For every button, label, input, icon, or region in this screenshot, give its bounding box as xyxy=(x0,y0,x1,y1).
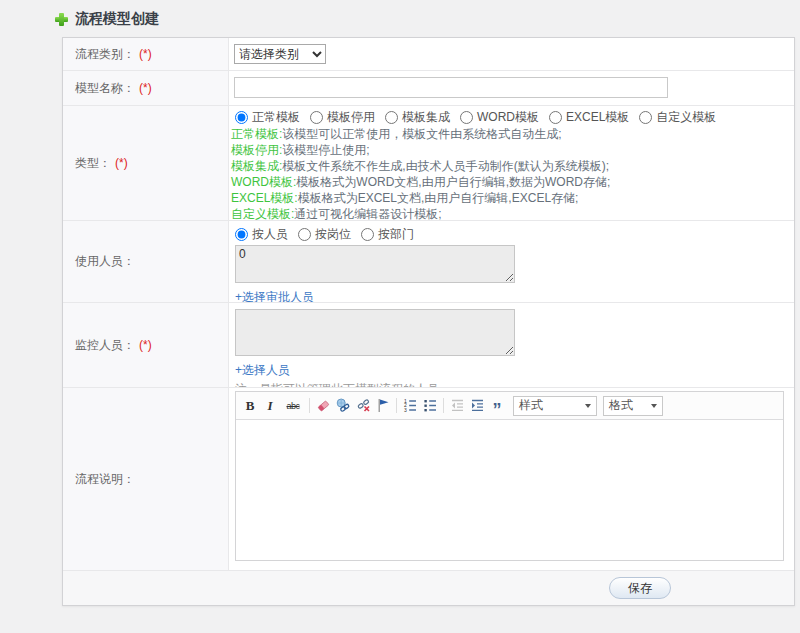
toolbar-separator xyxy=(396,398,397,413)
add-icon xyxy=(55,13,68,26)
users-mode-department[interactable]: 按部门 xyxy=(361,226,414,243)
remove-format-icon xyxy=(316,398,331,413)
users-textarea[interactable]: 0 xyxy=(235,245,515,283)
type-radio-disabled[interactable] xyxy=(310,111,323,124)
model-name-required-marker: (*) xyxy=(139,81,152,95)
type-radio-word[interactable] xyxy=(460,111,473,124)
page-header: 流程模型创建 xyxy=(0,0,800,37)
type-radio-integrated[interactable] xyxy=(385,111,398,124)
bullet-list-button[interactable] xyxy=(420,396,440,416)
users-mode-department-label: 按部门 xyxy=(378,226,414,243)
select-approvers-link[interactable]: +选择审批人员 xyxy=(235,289,794,302)
numbered-list-button[interactable]: 1 2 3 xyxy=(400,396,420,416)
unlink-icon xyxy=(356,398,371,413)
type-radio-group: 正常模板 模板停用 模板集成 WORD模板 EXCEL模板 xyxy=(229,109,794,126)
type-radio-excel[interactable] xyxy=(549,111,562,124)
users-mode-department-radio[interactable] xyxy=(361,228,374,241)
svg-text:3: 3 xyxy=(404,407,407,413)
users-label-cell: 使用人员： xyxy=(63,221,229,302)
type-option-integrated[interactable]: 模板集成 xyxy=(385,109,450,126)
type-help-line: 自定义模板:通过可视化编辑器设计模板; xyxy=(229,206,794,220)
row-type: 类型： (*) 正常模板 模板停用 模板集成 WORD模板 xyxy=(63,106,794,221)
help-desc: 模板文件系统不作生成,由技术人员手动制作(默认为系统模板); xyxy=(282,159,609,173)
users-label: 使用人员： xyxy=(75,253,135,270)
description-label-cell: 流程说明： xyxy=(63,388,229,570)
unlink-button[interactable] xyxy=(353,396,373,416)
type-option-disabled-label: 模板停用 xyxy=(327,109,375,126)
model-name-input[interactable] xyxy=(234,77,668,98)
styles-dropdown-label: 样式 xyxy=(519,397,543,414)
select-people-link[interactable]: +选择人员 xyxy=(235,362,794,379)
remove-format-button[interactable] xyxy=(313,396,333,416)
type-label: 类型： xyxy=(75,155,111,172)
styles-dropdown[interactable]: 样式 xyxy=(513,396,597,416)
save-row: 保存 xyxy=(63,571,794,605)
indent-button[interactable] xyxy=(467,396,487,416)
help-term: EXCEL模板: xyxy=(231,191,298,205)
chevron-down-icon xyxy=(651,404,657,408)
type-option-normal-label: 正常模板 xyxy=(252,109,300,126)
type-option-disabled[interactable]: 模板停用 xyxy=(310,109,375,126)
link-button[interactable] xyxy=(333,396,353,416)
type-help-line: 正常模板:该模型可以正常使用，模板文件由系统格式自动生成; xyxy=(229,126,794,142)
description-label: 流程说明： xyxy=(75,471,135,488)
type-option-excel[interactable]: EXCEL模板 xyxy=(549,109,629,126)
users-mode-person-radio[interactable] xyxy=(235,228,248,241)
blockquote-icon: ” xyxy=(493,398,502,414)
category-label-cell: 流程类别： (*) xyxy=(63,38,229,70)
numbered-list-icon: 1 2 3 xyxy=(403,398,418,413)
help-term: WORD模板: xyxy=(231,175,296,189)
type-radio-custom[interactable] xyxy=(639,111,652,124)
format-dropdown-label: 格式 xyxy=(609,397,633,414)
row-description: 流程说明： B I abc xyxy=(63,388,794,571)
description-content-cell: B I abc xyxy=(229,388,794,570)
format-dropdown[interactable]: 格式 xyxy=(603,396,663,416)
anchor-flag-icon xyxy=(376,398,391,413)
chevron-down-icon xyxy=(585,404,591,408)
description-editor-body[interactable] xyxy=(236,420,783,560)
type-option-normal[interactable]: 正常模板 xyxy=(235,109,300,126)
help-term: 模板集成: xyxy=(231,159,282,173)
strikethrough-icon: abc xyxy=(286,401,299,411)
category-select[interactable]: 请选择类别 xyxy=(234,44,326,64)
category-required-marker: (*) xyxy=(139,47,152,61)
italic-button[interactable]: I xyxy=(260,396,280,416)
model-name-content-cell xyxy=(229,71,794,105)
category-content-cell: 请选择类别 xyxy=(229,38,794,70)
monitors-required-marker: (*) xyxy=(139,338,152,352)
bold-button[interactable]: B xyxy=(240,396,260,416)
help-term: 正常模板: xyxy=(231,127,282,141)
help-term: 自定义模板: xyxy=(231,207,294,220)
users-mode-position[interactable]: 按岗位 xyxy=(298,226,351,243)
row-monitors: 监控人员： (*) +选择人员 注：是指可以管理此下模型流程的人员 xyxy=(63,303,794,388)
process-model-form: 流程类别： (*) 请选择类别 模型名称： (*) 类型： (*) 正常模板 xyxy=(62,37,795,606)
strikethrough-button[interactable]: abc xyxy=(280,396,306,416)
save-button[interactable]: 保存 xyxy=(609,577,671,599)
bullet-list-icon xyxy=(423,398,438,413)
type-radio-normal[interactable] xyxy=(235,111,248,124)
help-desc: 模板格式为WORD文档,由用户自行编辑,数据为WORD存储; xyxy=(296,175,610,189)
users-mode-radio-group: 按人员 按岗位 按部门 xyxy=(235,226,794,243)
anchor-flag-button[interactable] xyxy=(373,396,393,416)
blockquote-button[interactable]: ” xyxy=(487,396,507,416)
row-model-name: 模型名称： (*) xyxy=(63,71,794,106)
outdent-button[interactable] xyxy=(447,396,467,416)
type-help-line: WORD模板:模板格式为WORD文档,由用户自行编辑,数据为WORD存储; xyxy=(229,174,794,190)
users-mode-person-label: 按人员 xyxy=(252,226,288,243)
italic-icon: I xyxy=(267,398,272,414)
type-help-line: EXCEL模板:模板格式为EXCEL文档,由用户自行编辑,EXCEL存储; xyxy=(229,190,794,206)
toolbar-separator xyxy=(443,398,444,413)
users-content-cell: 按人员 按岗位 按部门 0 +选择审批人员 注：是指允许使用此模型的人员，留空为… xyxy=(229,221,794,302)
monitors-content-cell: +选择人员 注：是指可以管理此下模型流程的人员 xyxy=(229,303,794,387)
type-help-line: 模板集成:模板文件系统不作生成,由技术人员手动制作(默认为系统模板); xyxy=(229,158,794,174)
monitors-textarea[interactable] xyxy=(235,309,515,356)
users-mode-position-radio[interactable] xyxy=(298,228,311,241)
row-users: 使用人员： 按人员 按岗位 按部门 0 +选择审批人员 注：是指允许使用此模型的… xyxy=(63,221,794,303)
users-mode-position-label: 按岗位 xyxy=(315,226,351,243)
type-option-custom[interactable]: 自定义模板 xyxy=(639,109,716,126)
help-desc: 通过可视化编辑器设计模板; xyxy=(294,207,441,220)
monitors-note: 注：是指可以管理此下模型流程的人员 xyxy=(235,381,794,387)
type-option-word[interactable]: WORD模板 xyxy=(460,109,539,126)
users-mode-person[interactable]: 按人员 xyxy=(235,226,288,243)
type-option-excel-label: EXCEL模板 xyxy=(566,109,629,126)
